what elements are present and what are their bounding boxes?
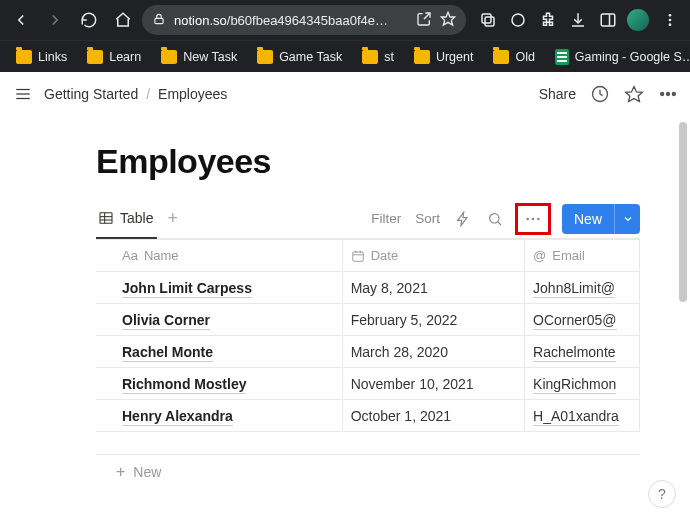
svg-line-23 (498, 221, 501, 224)
column-header-name[interactable]: AaName (96, 240, 342, 272)
folder-icon (493, 50, 509, 64)
panel-icon[interactable] (594, 5, 622, 35)
calendar-icon (351, 249, 365, 263)
bookmark-item[interactable]: New Task (153, 46, 245, 68)
table-more-button[interactable] (518, 206, 548, 232)
bookmark-item-sheets[interactable]: Gaming - Google S… (547, 45, 690, 69)
svg-point-9 (669, 23, 672, 26)
svg-point-15 (661, 93, 664, 96)
sort-button[interactable]: Sort (415, 211, 440, 226)
table-row[interactable]: Olivia CornerFebruary 5, 2022OCorner05@ (96, 304, 640, 336)
folder-icon (16, 50, 32, 64)
folder-icon (362, 50, 378, 64)
bookmark-star-icon[interactable] (440, 11, 456, 30)
share-button[interactable]: Share (539, 86, 576, 102)
notion-app: Getting Started / Employees Share Employ… (0, 72, 690, 518)
table-row[interactable]: Henry AlexandraOctober 1, 2021H_A01xandr… (96, 400, 640, 432)
filter-button[interactable]: Filter (371, 211, 401, 226)
column-header-date[interactable]: Date (342, 240, 524, 272)
home-button[interactable] (108, 5, 138, 35)
table-header-row: AaName Date @Email (96, 240, 640, 272)
bookmark-item[interactable]: Old (485, 46, 542, 68)
ellipsis-icon (524, 217, 542, 221)
cell-date[interactable]: November 10, 2021 (342, 368, 524, 400)
table-actions: Filter Sort New (371, 204, 640, 234)
svg-marker-1 (441, 12, 454, 25)
forward-button[interactable] (40, 5, 70, 35)
folder-icon (87, 50, 103, 64)
add-view-button[interactable]: + (167, 208, 178, 229)
svg-point-26 (537, 217, 540, 220)
url-text: notion.so/b60fbea4964345baa0f4e… (174, 13, 408, 28)
column-header-email[interactable]: @Email (525, 240, 640, 272)
cell-date[interactable]: March 28, 2020 (342, 336, 524, 368)
svg-point-4 (512, 14, 524, 26)
profile-avatar[interactable] (624, 5, 652, 35)
page-more-icon[interactable] (658, 84, 678, 104)
cell-date[interactable]: February 5, 2022 (342, 304, 524, 336)
back-button[interactable] (6, 5, 36, 35)
folder-icon (414, 50, 430, 64)
search-icon[interactable] (486, 210, 504, 228)
cell-email[interactable]: OCorner05@ (525, 304, 640, 336)
table-row[interactable]: Richmond MostleyNovember 10, 2021KingRic… (96, 368, 640, 400)
sidebar-toggle[interactable] (12, 83, 34, 105)
extension-icon-1[interactable] (504, 5, 532, 35)
plus-icon: + (116, 463, 125, 481)
cell-date[interactable]: May 8, 2021 (342, 272, 524, 304)
reload-button[interactable] (74, 5, 104, 35)
breadcrumb-root[interactable]: Getting Started (44, 86, 138, 102)
bookmark-item[interactable]: Links (8, 46, 75, 68)
cell-email[interactable]: KingRichmon (525, 368, 640, 400)
add-row-button[interactable]: + New (96, 454, 640, 488)
svg-point-8 (669, 19, 672, 22)
svg-rect-0 (155, 18, 163, 23)
favorite-star-icon[interactable] (624, 84, 644, 104)
cell-date[interactable]: October 1, 2021 (342, 400, 524, 432)
chevron-down-icon (622, 213, 634, 225)
cell-name[interactable]: Olivia Corner (96, 304, 342, 336)
bookmark-item[interactable]: Urgent (406, 46, 482, 68)
cell-email[interactable]: Rachelmonte (525, 336, 640, 368)
view-tab-table[interactable]: Table (96, 199, 157, 239)
breadcrumb-separator: / (146, 86, 150, 102)
table-row[interactable]: Rachel MonteMarch 28, 2020Rachelmonte (96, 336, 640, 368)
bookmark-item[interactable]: st (354, 46, 402, 68)
add-row-label: New (133, 464, 161, 480)
table-row[interactable]: John Limit CarpessMay 8, 2021John8Limit@ (96, 272, 640, 304)
address-bar[interactable]: notion.so/b60fbea4964345baa0f4e… (142, 5, 466, 35)
sheets-icon (555, 49, 569, 65)
bookmark-item[interactable]: Learn (79, 46, 149, 68)
lock-icon (152, 12, 166, 29)
new-button-caret[interactable] (614, 204, 640, 234)
tab-overview-icon[interactable] (474, 5, 502, 35)
updates-icon[interactable] (590, 84, 610, 104)
browser-chrome: notion.so/b60fbea4964345baa0f4e… Links L… (0, 0, 690, 72)
svg-rect-3 (485, 17, 494, 26)
avatar-icon (627, 9, 649, 31)
cell-email[interactable]: H_A01xandra (525, 400, 640, 432)
automations-icon[interactable] (454, 210, 472, 228)
new-record-button[interactable]: New (562, 204, 640, 234)
browser-toolbar: notion.so/b60fbea4964345baa0f4e… (0, 0, 690, 40)
cell-email[interactable]: John8Limit@ (525, 272, 640, 304)
bookmarks-bar: Links Learn New Task Game Task st Urgent… (0, 40, 690, 72)
cell-name[interactable]: Rachel Monte (96, 336, 342, 368)
breadcrumb-current[interactable]: Employees (158, 86, 227, 102)
svg-point-17 (672, 93, 675, 96)
extensions-puzzle-icon[interactable] (534, 5, 562, 35)
bookmark-item[interactable]: Game Task (249, 46, 350, 68)
database-table: AaName Date @Email John Limit CarpessMay… (96, 239, 640, 432)
help-button[interactable]: ? (648, 480, 676, 508)
browser-menu-button[interactable] (656, 5, 684, 35)
downloads-icon[interactable] (564, 5, 592, 35)
cell-name[interactable]: John Limit Carpess (96, 272, 342, 304)
svg-rect-5 (601, 14, 615, 26)
svg-point-22 (490, 213, 499, 222)
folder-icon (257, 50, 273, 64)
share-url-icon[interactable] (416, 11, 432, 30)
cell-name[interactable]: Richmond Mostley (96, 368, 342, 400)
cell-name[interactable]: Henry Alexandra (96, 400, 342, 432)
view-tab-label: Table (120, 210, 153, 226)
page-title[interactable]: Employees (96, 142, 640, 181)
